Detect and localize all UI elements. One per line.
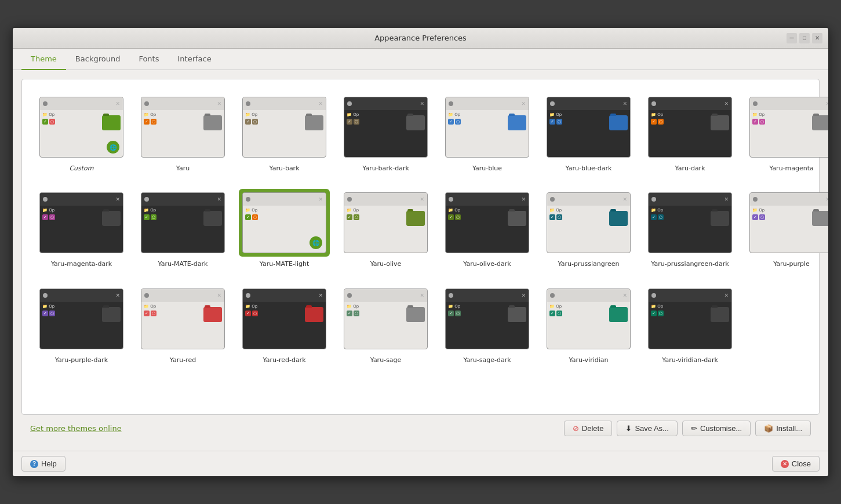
delete-button[interactable]: ⊘ Delete [564, 421, 613, 436]
theme-item-yaru-mate-light[interactable]: ✕ 📁 Op ✓ ○ 🌐 [236, 187, 332, 271]
theme-item-yaru-magenta-dark[interactable]: ✕ 📁 Op ✓ ○ [34, 187, 129, 271]
theme-preview-yaru-purple: ✕ 📁 Op ✓ ○ [749, 192, 829, 253]
close-icon: ✕ [781, 460, 789, 468]
theme-name-yaru-red: Yaru-red [170, 356, 196, 364]
customise-button[interactable]: ✏ Customise... [682, 421, 751, 436]
theme-item-yaru-red-dark[interactable]: ✕ 📁 Op ✓ ○ [236, 283, 332, 367]
theme-name-yaru-prussiangreen: Yaru-prussiangreen [558, 260, 620, 268]
theme-item-yaru-viridian-dark[interactable]: ✕ 📁 Op ✓ ○ [642, 283, 738, 367]
help-button[interactable]: ? Help [21, 456, 65, 472]
maximize-button[interactable]: □ [799, 33, 810, 43]
theme-preview-yaru-prussiangreen-dark: ✕ 📁 Op ✓ ○ [648, 192, 732, 253]
theme-item-yaru-purple-dark[interactable]: ✕ 📁 Op ✓ ○ [34, 283, 129, 367]
titlebar: Appearance Preferences ─ □ ✕ [13, 28, 828, 49]
theme-item-yaru-purple[interactable]: ✕ 📁 Op ✓ ○ [744, 187, 829, 271]
theme-name-yaru-viridian: Yaru-viridian [569, 356, 608, 364]
window-title: Appearance Preferences [374, 34, 467, 42]
action-buttons: ⊘ Delete ⬇ Save As... ✏ Customise... 📦 I… [564, 421, 811, 436]
theme-preview-yaru-prussiangreen: ✕ 📁 Op ✓ ○ [547, 192, 631, 253]
theme-preview-yaru-blue-dark: ✕ 📁 Op ✓ ○ [547, 97, 631, 158]
theme-name-yaru-red-dark: Yaru-red-dark [263, 356, 305, 364]
theme-preview-yaru-dark: ✕ 📁 Op ✓ ○ [648, 97, 732, 158]
theme-preview-yaru-mate-dark: ✕ 📁 Op ✓ ○ [141, 192, 225, 253]
customise-icon: ✏ [691, 424, 697, 433]
theme-item-yaru-mate-dark[interactable]: ✕ 📁 Op ✓ ○ [135, 187, 231, 271]
theme-preview-wrapper-custom: ✕ 📁 Op ✓ ○ [36, 93, 127, 161]
theme-name-yaru-purple-dark: Yaru-purple-dark [55, 356, 108, 364]
close-window-button[interactable]: ✕ [812, 33, 822, 43]
theme-item-yaru-viridian[interactable]: ✕ 📁 Op ✓ ○ [541, 283, 636, 367]
theme-name-yaru-viridian-dark: Yaru-viridian-dark [662, 356, 718, 364]
theme-preview-yaru-olive: ✕ 📁 Op ✓ ○ [344, 192, 428, 253]
bottom-bar: Get more themes online ⊘ Delete ⬇ Save A… [21, 415, 820, 442]
minimize-button[interactable]: ─ [787, 33, 797, 43]
theme-name-yaru-dark: Yaru-dark [675, 165, 705, 173]
theme-item-yaru-magenta[interactable]: ✕ 📁 Op ✓ ○ [744, 91, 829, 175]
tab-background[interactable]: Background [66, 49, 130, 70]
theme-preview-yaru: ✕ 📁 Op ✓ ○ [141, 97, 225, 158]
close-button[interactable]: ✕ Close [772, 456, 820, 472]
theme-preview-yaru-sage-dark: ✕ 📁 Op ✓ ○ [445, 288, 529, 349]
save-as-button[interactable]: ⬇ Save As... [617, 421, 678, 436]
install-icon: 📦 [764, 424, 773, 433]
theme-item-yaru-blue-dark[interactable]: ✕ 📁 Op ✓ ○ [541, 91, 636, 175]
tab-fonts[interactable]: Fonts [129, 49, 168, 70]
theme-item-yaru-olive[interactable]: ✕ 📁 Op ✓ ○ [338, 187, 434, 271]
save-icon: ⬇ [625, 424, 632, 433]
tabs-bar: Theme Background Fonts Interface [13, 49, 828, 70]
theme-item-yaru-bark[interactable]: ✕ 📁 Op ✓ ○ [236, 91, 332, 175]
theme-name-yaru-magenta: Yaru-magenta [769, 165, 814, 173]
theme-item-yaru-red[interactable]: ✕ 📁 Op ✓ ○ [135, 283, 231, 367]
tab-content: ✕ 📁 Op ✓ ○ [13, 70, 828, 451]
theme-item-yaru-sage[interactable]: ✕ 📁 Op ✓ ○ [338, 283, 434, 367]
themes-container: ✕ 📁 Op ✓ ○ [21, 79, 820, 415]
theme-preview-yaru-red: ✕ 📁 Op ✓ ○ [141, 288, 225, 349]
theme-preview-custom: ✕ 📁 Op ✓ ○ [39, 97, 123, 158]
theme-name-yaru-blue-dark: Yaru-blue-dark [566, 165, 612, 173]
theme-preview-yaru-mate-light: ✕ 📁 Op ✓ ○ 🌐 [242, 192, 326, 253]
help-icon: ? [30, 460, 38, 468]
theme-name-yaru-bark: Yaru-bark [269, 165, 299, 173]
install-button[interactable]: 📦 Install... [755, 421, 811, 436]
delete-icon: ⊘ [573, 424, 579, 433]
get-more-themes-link[interactable]: Get more themes online [30, 424, 122, 433]
titlebar-buttons: ─ □ ✕ [787, 33, 822, 43]
theme-name-yaru: Yaru [176, 165, 190, 173]
theme-name-yaru-sage: Yaru-sage [370, 356, 402, 364]
theme-preview-yaru-purple-dark: ✕ 📁 Op ✓ ○ [39, 288, 123, 349]
theme-preview-yaru-red-dark: ✕ 📁 Op ✓ ○ [242, 288, 326, 349]
theme-item-yaru-olive-dark[interactable]: ✕ 📁 Op ✓ ○ [439, 187, 535, 271]
theme-item-yaru-sage-dark[interactable]: ✕ 📁 Op ✓ ○ [439, 283, 535, 367]
theme-name-yaru-blue: Yaru-blue [472, 165, 502, 173]
theme-name-yaru-prussiangreen-dark: Yaru-prussiangreen-dark [651, 260, 729, 268]
theme-item-custom[interactable]: ✕ 📁 Op ✓ ○ [34, 91, 129, 175]
theme-item-yaru-prussiangreen[interactable]: ✕ 📁 Op ✓ ○ [541, 187, 636, 271]
tab-theme[interactable]: Theme [21, 49, 66, 70]
theme-preview-yaru-olive-dark: ✕ 📁 Op ✓ ○ [445, 192, 529, 253]
footer: ? Help ✕ Close [13, 451, 828, 476]
main-window: Appearance Preferences ─ □ ✕ Theme Backg… [12, 27, 829, 477]
preview-icons: 📁 Op ✓ ○ [42, 112, 55, 125]
theme-preview-yaru-viridian: ✕ 📁 Op ✓ ○ [547, 288, 631, 349]
theme-preview-yaru-bark: ✕ 📁 Op ✓ ○ [242, 97, 326, 158]
theme-preview-yaru-blue: ✕ 📁 Op ✓ ○ [445, 97, 529, 158]
theme-name-yaru-olive-dark: Yaru-olive-dark [463, 260, 511, 268]
theme-name-yaru-olive: Yaru-olive [370, 260, 402, 268]
theme-name-custom: Custom [69, 165, 93, 173]
theme-item-yaru-prussiangreen-dark[interactable]: ✕ 📁 Op ✓ ○ [642, 187, 738, 271]
theme-preview-yaru-magenta-dark: ✕ 📁 Op ✓ ○ [39, 192, 123, 253]
theme-name-yaru-magenta-dark: Yaru-magenta-dark [51, 260, 112, 268]
preview-body: 📁 Op ✓ ○ 🌐 [40, 110, 123, 157]
theme-name-yaru-bark-dark: Yaru-bark-dark [362, 165, 409, 173]
theme-preview-yaru-sage: ✕ 📁 Op ✓ ○ [344, 288, 428, 349]
theme-item-yaru-bark-dark[interactable]: ✕ 📁 Op ✓ ○ [338, 91, 434, 175]
theme-name-yaru-purple: Yaru-purple [773, 260, 810, 268]
theme-preview-yaru-viridian-dark: ✕ 📁 Op ✓ ○ [648, 288, 732, 349]
theme-preview-yaru-magenta: ✕ 📁 Op ✓ ○ [749, 97, 829, 158]
theme-item-yaru-blue[interactable]: ✕ 📁 Op ✓ ○ [439, 91, 535, 175]
theme-name-yaru-mate-light: Yaru-MATE-light [260, 260, 310, 268]
theme-name-yaru-mate-dark: Yaru-MATE-dark [158, 260, 208, 268]
theme-item-yaru[interactable]: ✕ 📁 Op ✓ ○ [135, 91, 231, 175]
theme-item-yaru-dark[interactable]: ✕ 📁 Op ✓ ○ [642, 91, 738, 175]
tab-interface[interactable]: Interface [168, 49, 220, 70]
